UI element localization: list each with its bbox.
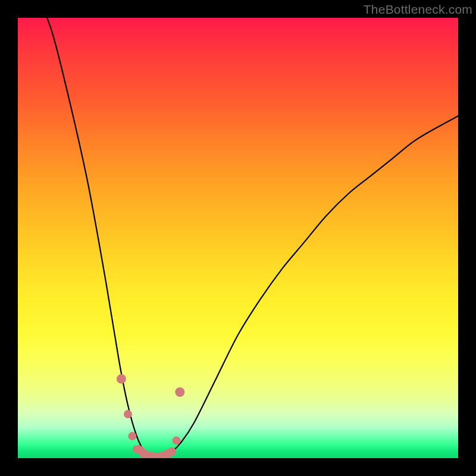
watermark-text: TheBottleneck.com [364, 2, 472, 17]
bottleneck-curve [42, 18, 458, 458]
curve-layer [18, 18, 458, 458]
plot-area [18, 18, 458, 458]
curve-marker [175, 387, 184, 397]
curve-marker [128, 432, 136, 440]
curve-marker [164, 450, 172, 458]
curve-marker [172, 436, 180, 444]
bottleneck-curve-path [42, 18, 458, 458]
curve-markers [117, 374, 184, 458]
curve-marker [124, 410, 132, 418]
chart-frame: TheBottleneck.com [0, 0, 476, 476]
curve-marker [117, 374, 126, 384]
